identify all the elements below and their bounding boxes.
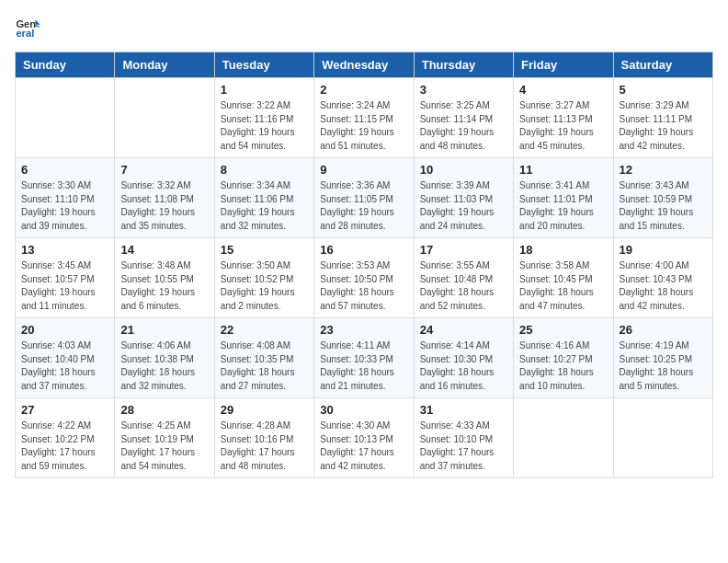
day-detail: Sunrise: 3:36 AM Sunset: 11:05 PM Daylig… [320,179,407,233]
calendar-week-1: 1Sunrise: 3:22 AM Sunset: 11:16 PM Dayli… [16,78,713,158]
calendar-cell [613,398,712,478]
day-detail: Sunrise: 4:33 AM Sunset: 10:10 PM Daylig… [420,419,507,473]
calendar-cell: 27Sunrise: 4:22 AM Sunset: 10:22 PM Dayl… [16,398,115,478]
calendar-cell: 12Sunrise: 3:43 AM Sunset: 10:59 PM Dayl… [613,158,712,238]
day-number: 25 [519,323,607,337]
day-detail: Sunrise: 4:28 AM Sunset: 10:16 PM Daylig… [221,419,308,473]
calendar-week-4: 20Sunrise: 4:03 AM Sunset: 10:40 PM Dayl… [16,318,713,398]
day-detail: Sunrise: 3:55 AM Sunset: 10:48 PM Daylig… [420,259,507,313]
day-number: 13 [21,243,108,257]
logo-icon: Gen eral [15,15,40,40]
weekday-header-monday: Monday [115,52,214,78]
day-detail: Sunrise: 3:34 AM Sunset: 11:06 PM Daylig… [221,179,308,233]
calendar-cell: 11Sunrise: 3:41 AM Sunset: 11:01 PM Dayl… [514,158,613,238]
calendar-cell: 26Sunrise: 4:19 AM Sunset: 10:25 PM Dayl… [613,318,712,398]
day-detail: Sunrise: 4:30 AM Sunset: 10:13 PM Daylig… [320,419,407,473]
calendar-cell: 7Sunrise: 3:32 AM Sunset: 11:08 PM Dayli… [115,158,214,238]
day-detail: Sunrise: 4:08 AM Sunset: 10:35 PM Daylig… [221,339,308,393]
day-number: 11 [519,163,607,177]
weekday-header-saturday: Saturday [613,52,712,78]
day-number: 4 [519,83,607,97]
day-detail: Sunrise: 3:27 AM Sunset: 11:13 PM Daylig… [519,99,607,153]
calendar-cell: 13Sunrise: 3:45 AM Sunset: 10:57 PM Dayl… [16,238,115,318]
day-detail: Sunrise: 3:58 AM Sunset: 10:45 PM Daylig… [519,259,607,313]
day-number: 9 [320,163,407,177]
day-detail: Sunrise: 3:45 AM Sunset: 10:57 PM Daylig… [21,259,108,313]
page-header: Gen eral [15,15,713,40]
calendar-cell: 9Sunrise: 3:36 AM Sunset: 11:05 PM Dayli… [314,158,414,238]
day-number: 22 [221,323,308,337]
day-number: 21 [120,323,208,337]
day-detail: Sunrise: 4:03 AM Sunset: 10:40 PM Daylig… [21,339,108,393]
calendar-cell: 19Sunrise: 4:00 AM Sunset: 10:43 PM Dayl… [613,238,712,318]
weekday-header-sunday: Sunday [16,52,115,78]
day-number: 30 [320,403,407,417]
day-number: 7 [120,163,208,177]
day-detail: Sunrise: 4:00 AM Sunset: 10:43 PM Daylig… [620,259,707,313]
calendar-cell: 20Sunrise: 4:03 AM Sunset: 10:40 PM Dayl… [16,318,115,398]
day-detail: Sunrise: 3:48 AM Sunset: 10:55 PM Daylig… [120,259,208,313]
calendar-week-5: 27Sunrise: 4:22 AM Sunset: 10:22 PM Dayl… [16,398,713,478]
calendar-cell [514,398,613,478]
day-detail: Sunrise: 4:14 AM Sunset: 10:30 PM Daylig… [420,339,507,393]
day-number: 24 [420,323,507,337]
calendar-cell: 4Sunrise: 3:27 AM Sunset: 11:13 PM Dayli… [514,78,613,158]
day-detail: Sunrise: 4:16 AM Sunset: 10:27 PM Daylig… [519,339,607,393]
day-number: 8 [221,163,308,177]
day-number: 17 [420,243,507,257]
day-detail: Sunrise: 3:41 AM Sunset: 11:01 PM Daylig… [519,179,607,233]
day-detail: Sunrise: 4:25 AM Sunset: 10:19 PM Daylig… [120,419,208,473]
day-detail: Sunrise: 3:50 AM Sunset: 10:52 PM Daylig… [221,259,308,313]
calendar-cell: 18Sunrise: 3:58 AM Sunset: 10:45 PM Dayl… [514,238,613,318]
calendar-cell: 22Sunrise: 4:08 AM Sunset: 10:35 PM Dayl… [214,318,313,398]
day-detail: Sunrise: 3:32 AM Sunset: 11:08 PM Daylig… [120,179,208,233]
calendar-week-2: 6Sunrise: 3:30 AM Sunset: 11:10 PM Dayli… [16,158,713,238]
day-detail: Sunrise: 4:06 AM Sunset: 10:38 PM Daylig… [120,339,208,393]
day-detail: Sunrise: 3:43 AM Sunset: 10:59 PM Daylig… [620,179,707,233]
day-detail: Sunrise: 3:22 AM Sunset: 11:16 PM Daylig… [221,99,308,153]
day-number: 26 [620,323,707,337]
calendar-cell: 8Sunrise: 3:34 AM Sunset: 11:06 PM Dayli… [214,158,313,238]
calendar-cell: 28Sunrise: 4:25 AM Sunset: 10:19 PM Dayl… [115,398,214,478]
day-number: 6 [21,163,108,177]
day-detail: Sunrise: 3:53 AM Sunset: 10:50 PM Daylig… [320,259,407,313]
svg-text:eral: eral [16,28,34,39]
day-number: 12 [620,163,707,177]
calendar-cell: 25Sunrise: 4:16 AM Sunset: 10:27 PM Dayl… [514,318,613,398]
day-detail: Sunrise: 3:30 AM Sunset: 11:10 PM Daylig… [21,179,108,233]
calendar-cell: 24Sunrise: 4:14 AM Sunset: 10:30 PM Dayl… [414,318,513,398]
day-number: 29 [221,403,308,417]
calendar-cell [115,78,214,158]
calendar-cell: 14Sunrise: 3:48 AM Sunset: 10:55 PM Dayl… [115,238,214,318]
day-number: 15 [221,243,308,257]
day-detail: Sunrise: 4:22 AM Sunset: 10:22 PM Daylig… [21,419,108,473]
day-number: 10 [420,163,507,177]
day-number: 5 [620,83,707,97]
calendar-cell: 30Sunrise: 4:30 AM Sunset: 10:13 PM Dayl… [314,398,414,478]
calendar-cell: 16Sunrise: 3:53 AM Sunset: 10:50 PM Dayl… [314,238,414,318]
weekday-header-thursday: Thursday [414,52,513,78]
weekday-header-tuesday: Tuesday [214,52,313,78]
day-number: 27 [21,403,108,417]
calendar-week-3: 13Sunrise: 3:45 AM Sunset: 10:57 PM Dayl… [16,238,713,318]
calendar-cell: 5Sunrise: 3:29 AM Sunset: 11:11 PM Dayli… [613,78,712,158]
calendar-cell: 17Sunrise: 3:55 AM Sunset: 10:48 PM Dayl… [414,238,513,318]
day-number: 14 [120,243,208,257]
calendar-cell: 6Sunrise: 3:30 AM Sunset: 11:10 PM Dayli… [16,158,115,238]
day-number: 23 [320,323,407,337]
day-detail: Sunrise: 4:11 AM Sunset: 10:33 PM Daylig… [320,339,407,393]
weekday-header-friday: Friday [514,52,613,78]
calendar-table: SundayMondayTuesdayWednesdayThursdayFrid… [15,52,713,478]
day-detail: Sunrise: 3:24 AM Sunset: 11:15 PM Daylig… [320,99,407,153]
day-detail: Sunrise: 3:29 AM Sunset: 11:11 PM Daylig… [620,99,707,153]
day-number: 2 [320,83,407,97]
calendar-cell: 15Sunrise: 3:50 AM Sunset: 10:52 PM Dayl… [214,238,313,318]
day-detail: Sunrise: 3:39 AM Sunset: 11:03 PM Daylig… [420,179,507,233]
day-number: 28 [120,403,208,417]
day-number: 18 [519,243,607,257]
weekday-header-wednesday: Wednesday [314,52,414,78]
calendar-cell: 29Sunrise: 4:28 AM Sunset: 10:16 PM Dayl… [214,398,313,478]
day-number: 16 [320,243,407,257]
calendar-cell: 21Sunrise: 4:06 AM Sunset: 10:38 PM Dayl… [115,318,214,398]
calendar-cell [16,78,115,158]
